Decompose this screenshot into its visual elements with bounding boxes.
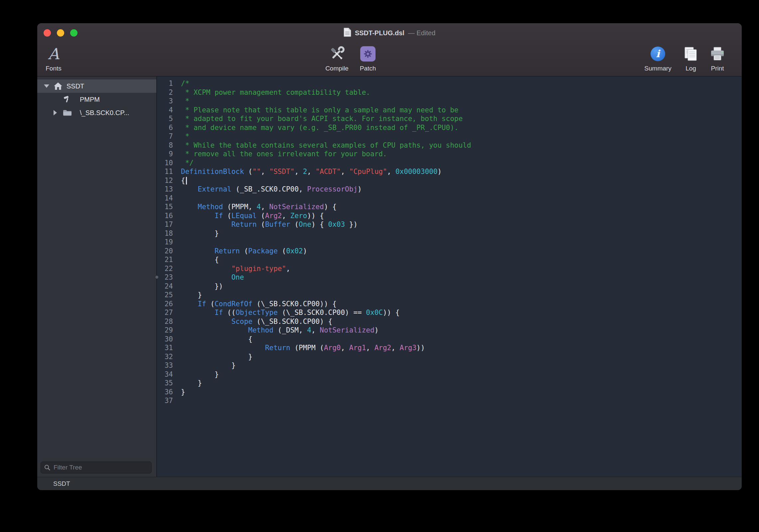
disclosure-right-icon[interactable] [53, 110, 58, 115]
patch-icon [360, 43, 376, 65]
code-line[interactable]: 12{ [157, 176, 742, 185]
code-line[interactable]: 7 * [157, 132, 742, 141]
code-text: * and device name may vary (e.g. _SB_.PR… [176, 124, 458, 132]
code-line[interactable]: 28 Scope (\_SB.SCK0.CP00) { [157, 317, 742, 326]
summary-button[interactable]: i Summary [641, 43, 675, 72]
code-text: If ((ObjectType (\_SB.SCK0.CP00) == 0x0C… [176, 309, 400, 317]
code-text: { [176, 256, 219, 264]
code-line[interactable]: 15 Method (PMPM, 4, NotSerialized) { [157, 202, 742, 211]
window-title-edited: — Edited [408, 29, 435, 37]
line-number: 10 [157, 159, 176, 167]
code-line[interactable]: 21 { [157, 255, 742, 264]
code-line[interactable]: 9 * remove all the ones irrelevant for y… [157, 150, 742, 159]
splitter-handle[interactable] [155, 275, 159, 279]
code-line[interactable]: 16 If (LEqual (Arg2, Zero)) { [157, 211, 742, 220]
window-title: SSDT-PLUG.dsl [355, 29, 404, 37]
code-line[interactable]: 5 * adapted to fit your board's ACPI sta… [157, 114, 742, 123]
tree-item-label: \_SB.SCK0.CP... [80, 109, 129, 117]
main-content: SSDT PMPM [37, 76, 742, 477]
sidebar-item-pmpm[interactable]: PMPM [37, 93, 156, 106]
code-line[interactable]: 25 } [157, 291, 742, 300]
code-line[interactable]: 24 }) [157, 282, 742, 291]
code-text: } [176, 353, 252, 361]
print-icon [709, 43, 725, 65]
line-number: 22 [157, 265, 176, 273]
code-line[interactable]: 35 } [157, 379, 742, 388]
line-number: 34 [157, 370, 176, 378]
code-line[interactable]: 30 { [157, 335, 742, 344]
log-button[interactable]: Log [676, 43, 706, 72]
code-line[interactable]: 33 } [157, 361, 742, 370]
code-line[interactable]: 17 Return (Buffer (One) { 0x03 }) [157, 220, 742, 229]
method-icon [63, 95, 72, 104]
disclosure-down-icon[interactable] [44, 84, 49, 88]
code-text: One [176, 273, 244, 281]
fonts-button[interactable]: A Fonts [39, 43, 69, 72]
code-text: { [176, 177, 187, 185]
status-text: SSDT [53, 480, 70, 487]
line-number: 1 [157, 79, 176, 87]
titlebar[interactable]: SSDT-PLUG.dsl — Edited [37, 23, 742, 43]
code-line[interactable]: 20 Return (Package (0x02) [157, 247, 742, 256]
line-number: 35 [157, 379, 176, 387]
line-number: 29 [157, 326, 176, 334]
code-text: * XCPM power management compatibility ta… [176, 88, 370, 96]
code-line[interactable]: 31 Return (PMPM (Arg0, Arg1, Arg2, Arg3)… [157, 343, 742, 352]
code-line[interactable]: 10 */ [157, 159, 742, 168]
code-line[interactable]: 14 [157, 194, 742, 203]
line-number: 32 [157, 353, 176, 361]
code-text: } [176, 388, 185, 396]
code-text: Return (PMPM (Arg0, Arg1, Arg2, Arg3)) [176, 344, 425, 352]
line-number: 30 [157, 335, 176, 343]
line-number: 8 [157, 141, 176, 149]
code-line[interactable]: 22 "plugin-type", [157, 264, 742, 273]
code-lines: 1/*2 * XCPM power management compatibili… [157, 79, 742, 405]
code-text: DefinitionBlock ("", "SSDT", 2, "ACDT", … [176, 168, 442, 176]
sidebar: SSDT PMPM [37, 76, 157, 477]
title-area: SSDT-PLUG.dsl — Edited [37, 23, 742, 43]
code-text: * [176, 132, 189, 140]
code-line[interactable]: 32 } [157, 352, 742, 361]
code-line[interactable]: 27 If ((ObjectType (\_SB.SCK0.CP00) == 0… [157, 308, 742, 317]
code-line[interactable]: 8 * While the table contains several exa… [157, 141, 742, 150]
code-line[interactable]: 18 } [157, 229, 742, 238]
code-line[interactable]: 1/* [157, 79, 742, 88]
patch-button[interactable]: Patch [353, 43, 383, 72]
code-line[interactable]: 36} [157, 388, 742, 397]
code-editor[interactable]: 1/*2 * XCPM power management compatibili… [157, 76, 742, 477]
code-line[interactable]: 4 * Please note that this table is only … [157, 106, 742, 115]
sidebar-item-ssdt[interactable]: SSDT [37, 79, 156, 93]
code-line[interactable]: 34 } [157, 370, 742, 379]
filter-tree-input[interactable] [41, 462, 152, 473]
code-line[interactable]: 19 [157, 238, 742, 247]
code-line[interactable]: 2 * XCPM power management compatibility … [157, 88, 742, 97]
line-number: 5 [157, 115, 176, 123]
code-line[interactable]: 3 * [157, 97, 742, 106]
code-text: }) [176, 282, 223, 290]
code-line[interactable]: 29 Method (_DSM, 4, NotSerialized) [157, 326, 742, 335]
code-text: Return (Buffer (One) { 0x03 }) [176, 220, 358, 228]
line-number: 33 [157, 361, 176, 369]
code-text: * While the table contains several examp… [176, 141, 471, 149]
code-line[interactable]: 26 If (CondRefOf (\_SB.SCK0.CP00)) { [157, 300, 742, 309]
code-text: } [176, 291, 202, 299]
code-text: /* [176, 79, 189, 87]
code-line[interactable]: 37 [157, 396, 742, 405]
code-line[interactable]: 23 One [157, 273, 742, 282]
status-bar: SSDT [37, 477, 742, 490]
line-number: 37 [157, 397, 176, 405]
compile-button[interactable]: Compile [322, 43, 352, 72]
line-number: 15 [157, 203, 176, 211]
code-line[interactable]: 11DefinitionBlock ("", "SSDT", 2, "ACDT"… [157, 167, 742, 176]
code-line[interactable]: 6 * and device name may vary (e.g. _SB_.… [157, 123, 742, 132]
search-icon [44, 464, 51, 472]
code-line[interactable]: 13 External (_SB_.SCK0.CP00, ProcessorOb… [157, 185, 742, 194]
print-button[interactable]: Print [702, 43, 732, 72]
code-text: { [176, 335, 252, 343]
document-proxy-icon[interactable] [344, 28, 351, 38]
text-cursor [186, 177, 187, 185]
fonts-icon: A [48, 43, 59, 65]
sidebar-item-sb-sck0[interactable]: \_SB.SCK0.CP... [37, 106, 156, 119]
line-number: 14 [157, 194, 176, 202]
line-number: 12 [157, 177, 176, 185]
